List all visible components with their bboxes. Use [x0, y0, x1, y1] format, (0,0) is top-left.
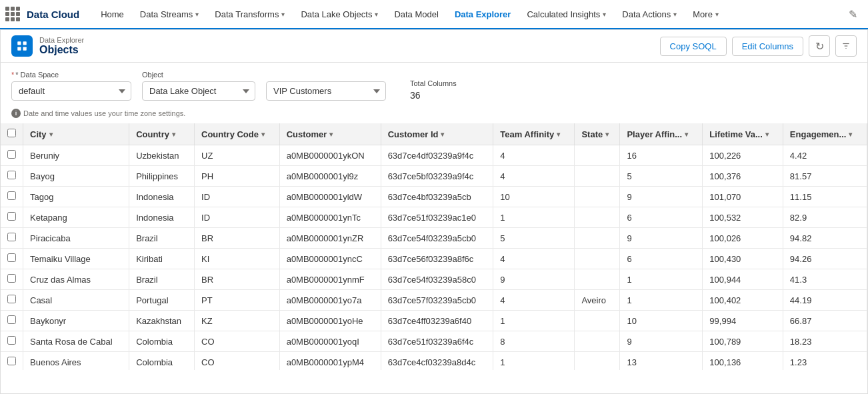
row-lifetime-va: 100,026	[703, 228, 783, 249]
row-checkbox-cell[interactable]	[1, 207, 23, 228]
sort-customer-id-icon: ▾	[441, 131, 444, 138]
row-checkbox-cell[interactable]	[1, 290, 23, 311]
total-columns-label: Total Columns	[410, 79, 457, 87]
nav-item-data-transforms[interactable]: Data Transforms ▾	[207, 0, 293, 29]
nav-item-more[interactable]: More ▾	[685, 0, 727, 29]
row-checkbox-cell[interactable]	[1, 187, 23, 207]
row-customer: a0MB0000001ynTc	[279, 207, 381, 228]
row-state	[575, 352, 620, 371]
row-checkbox[interactable]	[7, 336, 16, 345]
row-player-affin: 5	[620, 166, 703, 187]
th-team-affinity[interactable]: Team Affinity ▾	[493, 123, 575, 145]
row-lifetime-va: 100,532	[703, 207, 783, 228]
row-checkbox[interactable]	[7, 295, 16, 303]
table-row: Beruniy Uzbekistan UZ a0MB0000001ykON 63…	[1, 145, 867, 166]
filter-button[interactable]	[835, 35, 857, 57]
data-explorer-icon	[11, 35, 33, 57]
app-launcher-icon[interactable]	[5, 7, 20, 21]
svg-rect-1	[23, 41, 27, 45]
data-space-label: ** Data Space	[11, 71, 131, 79]
row-customer: a0MB0000001yoHe	[279, 311, 381, 331]
th-city[interactable]: City ▾	[23, 123, 129, 145]
th-lifetime-va[interactable]: Lifetime Va... ▾	[703, 123, 783, 145]
row-state	[575, 249, 620, 269]
nav-item-calculated-insights[interactable]: Calculated Insights ▾	[519, 0, 614, 29]
form-row: ** Data Space default Object Data Lake O…	[1, 63, 867, 106]
row-checkbox-cell[interactable]	[1, 228, 23, 249]
sub-header-big-title: Objects	[39, 44, 84, 56]
row-checkbox[interactable]	[7, 274, 16, 283]
nav-item-home[interactable]: Home	[93, 0, 132, 29]
row-customer-id: 63d7ce57f03239a5cb0	[381, 290, 493, 311]
select-all-header[interactable]	[1, 123, 23, 145]
vip-label	[266, 71, 386, 79]
sort-lifetime-va-icon: ▾	[765, 131, 769, 138]
th-customer[interactable]: Customer ▾	[279, 123, 381, 145]
nav-item-data-streams[interactable]: Data Streams ▾	[132, 0, 207, 29]
th-country-code[interactable]: Country Code ▾	[195, 123, 280, 145]
data-space-select[interactable]: default	[11, 81, 131, 101]
row-state	[575, 145, 620, 166]
sort-engagement-icon: ▾	[849, 131, 852, 138]
th-country[interactable]: Country ▾	[129, 123, 195, 145]
row-checkbox[interactable]	[7, 191, 16, 200]
vip-customers-group: VIP Customers	[266, 71, 386, 101]
row-checkbox[interactable]	[7, 212, 16, 221]
nav-item-data-lake-objects[interactable]: Data Lake Objects ▾	[293, 0, 386, 29]
row-team-affinity: 4	[493, 249, 575, 269]
row-checkbox-cell[interactable]	[1, 352, 23, 371]
row-customer: a0MB0000001yldW	[279, 187, 381, 207]
row-player-affin: 1	[620, 290, 703, 311]
row-country: Colombia	[129, 352, 195, 371]
row-checkbox-cell[interactable]	[1, 331, 23, 352]
row-checkbox[interactable]	[7, 171, 16, 179]
th-engagement[interactable]: Engagemen... ▾	[783, 123, 867, 145]
row-checkbox-cell[interactable]	[1, 145, 23, 166]
row-checkbox[interactable]	[7, 357, 16, 365]
table-header-row: City ▾ Country ▾ Country Code ▾	[1, 123, 867, 145]
table-body: Beruniy Uzbekistan UZ a0MB0000001ykON 63…	[1, 145, 867, 371]
row-country-code: CO	[195, 331, 280, 352]
row-customer-id: 63d7ce51f03239ac1e0	[381, 207, 493, 228]
th-customer-id[interactable]: Customer Id ▾	[381, 123, 493, 145]
th-player-affin[interactable]: Player Affin... ▾	[620, 123, 703, 145]
object-select[interactable]: Data Lake Object	[142, 81, 255, 101]
nav-item-data-explorer[interactable]: Data Explorer	[447, 0, 519, 29]
row-state	[575, 331, 620, 352]
row-customer: a0MB0000001ynZR	[279, 228, 381, 249]
row-checkbox-cell[interactable]	[1, 166, 23, 187]
nav-data-lake-objects-chevron: ▾	[375, 11, 378, 18]
content-area: Data Explorer Objects Copy SOQL Edit Col…	[0, 29, 868, 394]
row-state: Aveiro	[575, 290, 620, 311]
select-all-checkbox[interactable]	[7, 129, 16, 137]
data-table-container[interactable]: City ▾ Country ▾ Country Code ▾	[1, 123, 867, 370]
row-city: Santa Rosa de Cabal	[23, 331, 129, 352]
nav-item-data-actions[interactable]: Data Actions ▾	[614, 0, 685, 29]
nav-more-chevron: ▾	[715, 11, 719, 18]
table-row: Casal Portugal PT a0MB0000001yo7a 63d7ce…	[1, 290, 867, 311]
edit-columns-button[interactable]: Edit Columns	[732, 37, 803, 56]
row-checkbox-cell[interactable]	[1, 311, 23, 331]
row-customer-id: 63d7ce4ff03239a6f40	[381, 311, 493, 331]
row-checkbox[interactable]	[7, 150, 16, 159]
nav-item-data-model[interactable]: Data Model	[386, 0, 446, 29]
nav-data-lake-objects-label: Data Lake Objects	[301, 9, 372, 19]
row-customer: a0MB0000001ynmF	[279, 269, 381, 290]
row-customer-id: 63d7ce54f03239a5cb0	[381, 228, 493, 249]
sub-header-small-title: Data Explorer	[39, 36, 84, 44]
row-checkbox[interactable]	[7, 315, 16, 324]
row-checkbox[interactable]	[7, 253, 16, 262]
row-city: Baykonyr	[23, 311, 129, 331]
row-country-code: KZ	[195, 311, 280, 331]
copy-soql-button[interactable]: Copy SOQL	[660, 37, 727, 56]
row-state	[575, 269, 620, 290]
vip-customers-select[interactable]: VIP Customers	[266, 81, 386, 101]
refresh-button[interactable]: ↻	[809, 35, 830, 57]
row-checkbox-cell[interactable]	[1, 249, 23, 269]
row-checkbox-cell[interactable]	[1, 269, 23, 290]
row-player-affin: 9	[620, 187, 703, 207]
th-state[interactable]: State ▾	[575, 123, 620, 145]
row-checkbox[interactable]	[7, 233, 16, 241]
edit-nav-icon[interactable]: ✎	[843, 8, 863, 21]
row-engagement: 11.15	[783, 187, 867, 207]
